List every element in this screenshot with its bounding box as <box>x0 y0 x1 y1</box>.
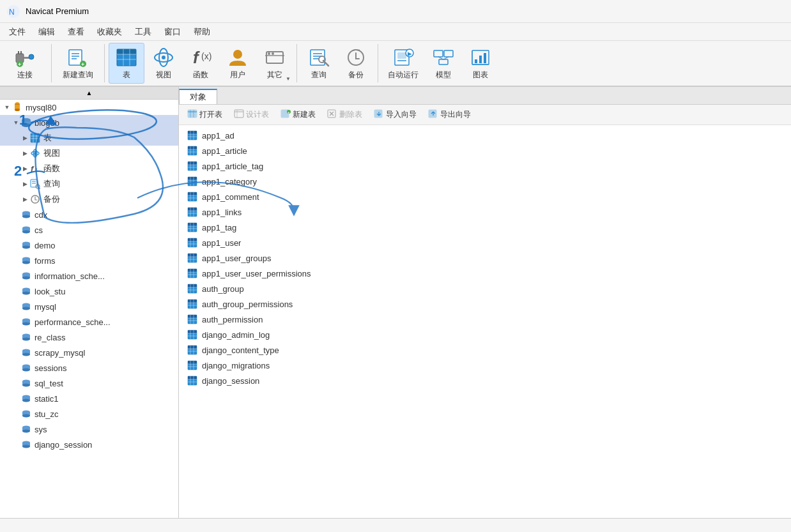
tree-db-performance-schema[interactable]: ▶ performance_sche... <box>0 314 178 330</box>
menu-file[interactable]: 文件 <box>3 24 32 40</box>
tree-db-cs[interactable]: ▶ cs <box>0 222 178 238</box>
table-row-app1-tag[interactable]: app1_tag <box>179 220 791 235</box>
toolbar-autorun-button[interactable]: ▶ 自动运行 <box>382 43 424 84</box>
tree-db-sql-test[interactable]: ▶ sql_test <box>0 376 178 391</box>
tree-blogdb-view[interactable]: ▶ 视图 <box>0 146 178 161</box>
action-export-wizard[interactable]: 导出向导 <box>424 107 475 122</box>
menu-window[interactable]: 窗口 <box>158 24 187 40</box>
table-row-app1-category[interactable]: app1_category <box>179 174 791 189</box>
menu-tools[interactable]: 工具 <box>128 24 158 40</box>
tree-db-sys[interactable]: ▶ sys <box>0 422 178 437</box>
menu-bar: 文件 编辑 查看 收藏夹 工具 窗口 帮助 <box>0 23 791 41</box>
blogdb-func-label: 函数 <box>43 163 60 174</box>
sqltest-icon <box>20 377 32 389</box>
sys-icon <box>20 423 32 435</box>
table-row-auth-group-permissions[interactable]: auth_group_permissions <box>179 296 791 312</box>
import-wizard-label: 导入向导 <box>386 109 417 120</box>
delete-table-label: 删除表 <box>339 109 362 120</box>
toolbar-connect-button[interactable]: + 连接 <box>3 43 47 84</box>
menu-edit[interactable]: 编辑 <box>32 24 61 40</box>
toolbar-function-button[interactable]: f (x) 函数 <box>183 43 219 84</box>
action-new-table[interactable]: + 新建表 <box>276 107 320 122</box>
svg-point-6 <box>29 54 34 59</box>
reclass-icon <box>20 331 32 343</box>
tree-db-cdx[interactable]: ▶ cdx <box>0 207 178 222</box>
tree-blogdb-query[interactable]: ▶ 查询 <box>0 176 178 192</box>
auth-group-name: auth_group <box>202 284 244 294</box>
toolbar-query-button[interactable]: 查询 <box>301 43 337 84</box>
tree-connection-mysql80[interactable]: ▼ mysql80 <box>0 100 178 115</box>
tree-db-scrapy-mysql[interactable]: ▶ scrapy_mysql <box>0 345 178 360</box>
tree-blogdb-function[interactable]: ▶ f x 函数 <box>0 161 178 176</box>
app1-comment-name: app1_comment <box>202 192 259 202</box>
template-label: django_session <box>35 440 92 450</box>
tree-db-sessions[interactable]: ▶ sessions <box>0 360 178 376</box>
content-tabs: 对象 <box>179 87 791 105</box>
tab-objects[interactable]: 对象 <box>179 89 217 104</box>
tree-db-demo[interactable]: ▶ demo <box>0 238 178 253</box>
toolbar-user-button[interactable]: 用户 <box>220 43 256 84</box>
menu-view[interactable]: 查看 <box>61 24 91 40</box>
table-row-auth-permission[interactable]: auth_permission <box>179 312 791 327</box>
tree-db-template[interactable]: ▶ django_session <box>0 437 178 452</box>
tree-db-mysql[interactable]: ▶ mysql <box>0 299 178 314</box>
svg-rect-141 <box>188 131 197 134</box>
template-icon <box>20 439 32 450</box>
tree-db-re-class[interactable]: ▶ re_class <box>0 330 178 345</box>
table-row-app1-user-user-permissions[interactable]: app1_user_user_permissions <box>179 266 791 281</box>
table-row-app1-ad[interactable]: app1_ad <box>179 128 791 143</box>
action-open-table[interactable]: 打开表 <box>183 107 227 122</box>
svg-point-26 <box>233 50 242 59</box>
toolbar-other-button[interactable]: 其它 ▼ <box>257 43 293 84</box>
svg-rect-42 <box>434 50 443 57</box>
table-row-auth-group[interactable]: auth_group <box>179 281 791 296</box>
export-wizard-label: 导出向导 <box>440 109 471 120</box>
blogdb-label: blogdb <box>35 118 59 128</box>
blogdb-backup-label: 备份 <box>43 194 60 205</box>
menu-help[interactable]: 帮助 <box>187 24 217 40</box>
svg-rect-3 <box>18 51 19 54</box>
toolbar-model-button[interactable]: 模型 <box>426 43 461 84</box>
tree-db-information-schema[interactable]: ▶ information_sche... <box>0 268 178 284</box>
toolbar-newquery-button[interactable]: + 新建查询 <box>56 43 100 84</box>
tree-db-forms[interactable]: ▶ forms <box>0 253 178 268</box>
svg-text:+: + <box>18 61 21 68</box>
toolbar-table-button[interactable]: 表 <box>109 43 144 84</box>
menu-favorites[interactable]: 收藏夹 <box>91 24 128 40</box>
table-row-app1-article[interactable]: app1_article <box>179 143 791 158</box>
table-row-django-migrations[interactable]: django_migrations <box>179 358 791 373</box>
tree-db-blogdb[interactable]: ▼ blogdb <box>0 115 178 130</box>
table-row-app1-article-tag[interactable]: app1_article_tag <box>179 158 791 174</box>
sidebar-scroll-up[interactable]: ▲ <box>0 87 178 100</box>
tree-db-stu-zc[interactable]: ▶ stu_zc <box>0 406 178 422</box>
toolbar-view-button[interactable]: 视图 <box>146 43 181 84</box>
svg-point-85 <box>22 246 30 249</box>
table-row-django-content-type[interactable]: django_content_type <box>179 342 791 358</box>
action-delete-table[interactable]: 删除表 <box>323 107 367 122</box>
action-design-table[interactable]: 设计表 <box>229 107 273 122</box>
newquery-label: 新建查询 <box>63 70 93 80</box>
toolbar-backup-button[interactable]: 备份 <box>338 43 374 84</box>
auth-group-perms-icon <box>187 298 198 310</box>
table-row-app1-user[interactable]: app1_user <box>179 235 791 250</box>
table-row-app1-user-groups[interactable]: app1_user_groups <box>179 250 791 266</box>
blogdb-func-arrow: ▶ <box>20 164 29 173</box>
user-icon <box>226 46 249 68</box>
app1-user-groups-name: app1_user_groups <box>202 254 271 263</box>
tree-blogdb-backup[interactable]: ▶ 备份 <box>0 192 178 207</box>
action-import-wizard[interactable]: 导入向导 <box>369 107 421 122</box>
blogdb-view-arrow: ▶ <box>20 149 29 158</box>
autorun-label: 自动运行 <box>388 70 419 80</box>
tree-db-look-stu[interactable]: ▶ look_stu <box>0 284 178 299</box>
table-row-app1-comment[interactable]: app1_comment <box>179 189 791 204</box>
table-row-app1-links[interactable]: app1_links <box>179 204 791 220</box>
table-row-django-admin-log[interactable]: django_admin_log <box>179 327 791 342</box>
tree-blogdb-table[interactable]: ▶ 表 <box>0 130 178 146</box>
table-row-django-session[interactable]: django_session <box>179 373 791 388</box>
svg-point-106 <box>22 353 30 356</box>
toolbar-chart-button[interactable]: 图表 <box>463 43 498 84</box>
svg-rect-195 <box>188 269 197 272</box>
tree-db-static1[interactable]: ▶ static1 <box>0 391 178 406</box>
demo-icon <box>20 239 32 251</box>
blogdb-query-label: 查询 <box>43 178 60 190</box>
